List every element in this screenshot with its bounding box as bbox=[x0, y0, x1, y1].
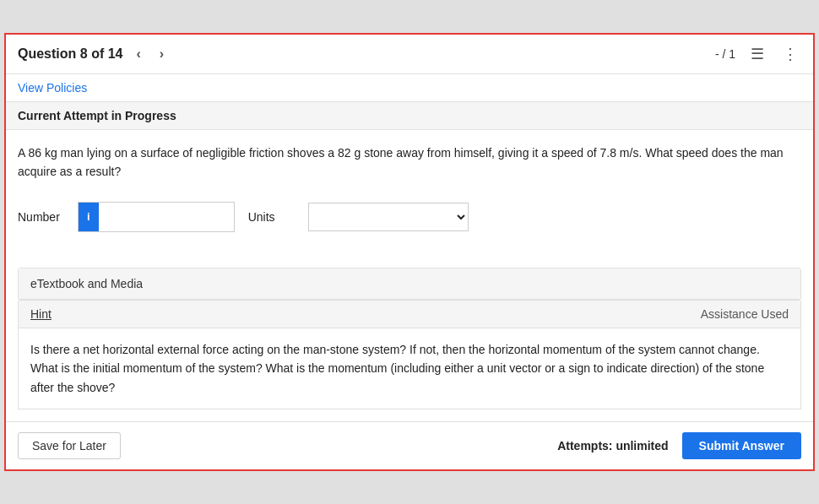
units-select[interactable] bbox=[308, 203, 469, 231]
more-options-button[interactable]: ⋮ bbox=[779, 43, 801, 65]
hint-body: Is there a net horizontal external force… bbox=[19, 328, 800, 409]
etextbook-section: eTextbook and Media bbox=[18, 268, 801, 301]
answer-input-row: Number i Units bbox=[18, 202, 801, 232]
info-button[interactable]: i bbox=[79, 203, 99, 231]
header-right: - / 1 ☰ ⋮ bbox=[715, 43, 801, 65]
number-label: Number bbox=[18, 210, 64, 224]
question-title: Question 8 of 14 bbox=[18, 46, 122, 62]
attempts-text: Attempts: unlimited bbox=[557, 439, 668, 453]
header-bar: Question 8 of 14 ‹ › - / 1 ☰ ⋮ bbox=[6, 35, 813, 74]
next-question-button[interactable]: › bbox=[155, 45, 169, 63]
hint-section: Hint Assistance Used Is there a net hori… bbox=[18, 301, 801, 409]
score-display: - / 1 bbox=[715, 47, 735, 61]
footer-right: Attempts: unlimited Submit Answer bbox=[557, 432, 801, 459]
list-icon-button[interactable]: ☰ bbox=[747, 43, 767, 65]
header-left: Question 8 of 14 ‹ › bbox=[18, 45, 169, 63]
etextbook-header: eTextbook and Media bbox=[19, 268, 800, 300]
question-container: Question 8 of 14 ‹ › - / 1 ☰ ⋮ View Poli… bbox=[4, 33, 815, 471]
question-body: A 86 kg man lying on a surface of neglig… bbox=[6, 130, 813, 256]
number-input[interactable] bbox=[99, 203, 234, 231]
save-for-later-button[interactable]: Save for Later bbox=[18, 432, 121, 459]
units-label: Units bbox=[248, 210, 295, 224]
footer-bar: Save for Later Attempts: unlimited Submi… bbox=[6, 421, 813, 469]
view-policies-link[interactable]: View Policies bbox=[6, 74, 813, 101]
hint-link[interactable]: Hint bbox=[30, 307, 52, 321]
attempt-banner: Current Attempt in Progress bbox=[6, 101, 813, 130]
assistance-used-text: Assistance Used bbox=[701, 307, 789, 321]
prev-question-button[interactable]: ‹ bbox=[131, 45, 145, 63]
hint-header: Hint Assistance Used bbox=[19, 301, 800, 328]
question-text: A 86 kg man lying on a surface of neglig… bbox=[18, 144, 801, 182]
number-input-wrap: i bbox=[78, 202, 235, 232]
submit-answer-button[interactable]: Submit Answer bbox=[682, 432, 801, 459]
